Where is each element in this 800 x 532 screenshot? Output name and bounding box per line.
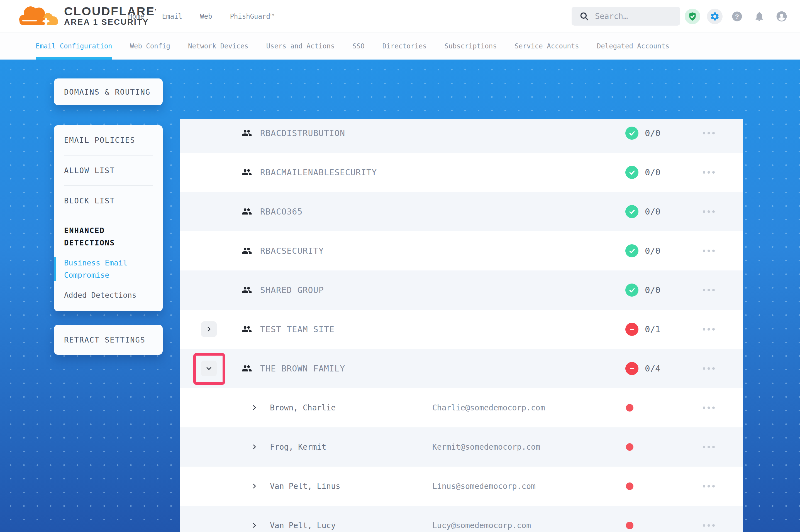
enhanced-detections-heading: ENHANCED DETECTIONS — [64, 216, 153, 249]
sidebar-policies-card: EMAIL POLICIESALLOW LISTBLOCK LIST ENHAN… — [54, 125, 163, 311]
member-email: Charlie@somedemocorp.com — [432, 388, 545, 428]
member-email: Kermit@somedemocorp.com — [432, 428, 540, 467]
check-icon — [628, 247, 636, 255]
sidebar-item-domains-routing[interactable]: DOMAINS & ROUTING — [54, 78, 163, 105]
group-name: THE BROWN FAMILY — [260, 349, 345, 388]
settings-gear-icon[interactable] — [707, 8, 723, 24]
retract-settings-label: RETRACT SETTINGS — [64, 336, 145, 344]
status-ok-icon — [625, 284, 638, 297]
tab-email-configuration[interactable]: Email Configuration — [36, 33, 112, 59]
group-name: RBACDISTRUBUTION — [260, 119, 345, 153]
member-name: Van Pelt, Lucy — [270, 506, 336, 532]
row-actions-menu-button[interactable] — [703, 153, 715, 192]
member-chevron-icon[interactable] — [251, 522, 258, 530]
account-icon[interactable] — [774, 8, 789, 24]
row-actions-menu-button[interactable] — [703, 467, 715, 506]
member-email: Linus@somedemocorp.com — [432, 467, 536, 506]
group-people-icon — [241, 245, 252, 256]
member-status-dot — [626, 522, 633, 529]
member-email: Lucy@somedemocorp.com — [432, 506, 531, 532]
group-name: RBACO365 — [260, 192, 303, 231]
tab-directories[interactable]: Directories — [382, 33, 427, 59]
table-row-group[interactable]: TEST TEAM SITE0/1 — [180, 310, 743, 349]
status-blocked-icon — [625, 323, 638, 336]
row-actions-menu-button[interactable] — [703, 119, 715, 153]
minus-icon — [628, 325, 636, 333]
config-subnav: Email ConfigurationWeb ConfigNetwork Dev… — [0, 33, 800, 59]
table-row-member[interactable]: Van Pelt, LinusLinus@somedemocorp.com — [180, 467, 743, 506]
chevron-right-icon — [251, 483, 258, 490]
sidebar-item-email-policies[interactable]: EMAIL POLICIES — [64, 125, 153, 155]
expand-group-button[interactable] — [201, 321, 217, 337]
member-status-dot — [626, 482, 633, 490]
collapse-group-button[interactable] — [201, 361, 217, 376]
notifications-bell-icon[interactable] — [751, 8, 767, 24]
table-row-group[interactable]: THE BROWN FAMILY0/4 — [180, 349, 743, 388]
row-actions-menu-button[interactable] — [703, 506, 715, 532]
tab-network-devices[interactable]: Network Devices — [188, 33, 249, 59]
sidebar-item-block-list[interactable]: BLOCK LIST — [64, 186, 153, 216]
row-actions-menu-button[interactable] — [703, 192, 715, 231]
group-people-icon — [241, 285, 252, 295]
group-count: 0/0 — [645, 270, 660, 310]
chevron-down-icon — [205, 365, 212, 372]
table-row-group[interactable]: SHARED_GROUP0/0 — [180, 270, 743, 310]
header-nav-item-email[interactable]: Email — [162, 13, 182, 20]
group-count: 0/0 — [645, 119, 660, 153]
member-chevron-icon[interactable] — [251, 483, 258, 491]
row-actions-menu-button[interactable] — [703, 428, 715, 467]
row-actions-menu-button[interactable] — [703, 349, 715, 388]
group-people-icon — [241, 128, 252, 138]
chevron-right-icon — [251, 522, 258, 529]
svg-text:?: ? — [735, 13, 739, 20]
sidebar-item-allow-list[interactable]: ALLOW LIST — [64, 155, 153, 186]
header-icons: ? — [685, 0, 789, 33]
header-nav-item-web[interactable]: Web — [200, 13, 212, 20]
row-actions-menu-button[interactable] — [703, 270, 715, 310]
table-row-group[interactable]: RBACMAILENABLESECURITY0/0 — [180, 153, 743, 192]
sidebar-item-retract-settings[interactable]: RETRACT SETTINGS — [54, 325, 163, 355]
search-input[interactable]: Search… — [571, 7, 680, 25]
table-row-group[interactable]: RBACSECURITY0/0 — [180, 231, 743, 270]
tab-subscriptions[interactable]: Subscriptions — [444, 33, 497, 59]
row-actions-menu-button[interactable] — [703, 310, 715, 349]
row-actions-menu-button[interactable] — [703, 231, 715, 270]
table-row-member[interactable]: Van Pelt, LucyLucy@somedemocorp.com — [180, 506, 743, 532]
table-row-group[interactable]: RBACO3650/0 — [180, 192, 743, 231]
table-row-member[interactable]: Frog, KermitKermit@somedemocorp.com — [180, 428, 743, 467]
chevron-right-icon — [251, 443, 258, 450]
tab-delegated-accounts[interactable]: Delegated Accounts — [597, 33, 669, 59]
domains-routing-label: DOMAINS & ROUTING — [64, 88, 150, 96]
sidebar-item-added-detections[interactable]: Added Detections — [64, 289, 153, 301]
header-nav: HomeEmailWebPhishGuard™ — [128, 0, 274, 33]
group-name: RBACMAILENABLESECURITY — [260, 153, 377, 192]
group-people-icon — [241, 324, 252, 335]
tab-service-accounts[interactable]: Service Accounts — [515, 33, 579, 59]
tab-web-config[interactable]: Web Config — [130, 33, 170, 59]
group-count: 0/0 — [645, 192, 660, 231]
status-ok-icon — [625, 205, 638, 218]
row-actions-menu-button[interactable] — [703, 388, 715, 428]
tab-sso[interactable]: SSO — [352, 33, 364, 59]
group-people-icon — [241, 363, 252, 374]
member-chevron-icon[interactable] — [251, 443, 258, 451]
group-count: 0/0 — [645, 153, 660, 192]
header-nav-item-home[interactable]: Home — [128, 13, 144, 20]
table-row-member[interactable]: Brown, CharlieCharlie@somedemocorp.com — [180, 388, 743, 428]
chevron-right-icon — [251, 404, 258, 411]
table-row-group[interactable]: RBACDISTRUBUTION0/0 — [180, 119, 743, 153]
group-name: SHARED_GROUP — [260, 270, 324, 310]
member-name: Van Pelt, Linus — [270, 467, 340, 506]
header-nav-item-phishguard-[interactable]: PhishGuard™ — [230, 13, 274, 20]
sidebar-item-business-email-compromise[interactable]: Business Email Compromise — [64, 257, 153, 281]
status-ok-icon — [625, 244, 638, 258]
tab-users-and-actions[interactable]: Users and Actions — [266, 33, 335, 59]
help-icon[interactable]: ? — [729, 8, 745, 24]
check-icon — [628, 286, 636, 294]
check-icon — [628, 208, 636, 216]
status-blocked-icon — [625, 362, 638, 375]
member-chevron-icon[interactable] — [251, 404, 258, 412]
shield-check-icon[interactable] — [685, 8, 700, 24]
member-status-dot — [626, 443, 633, 451]
group-count: 0/1 — [645, 310, 660, 349]
